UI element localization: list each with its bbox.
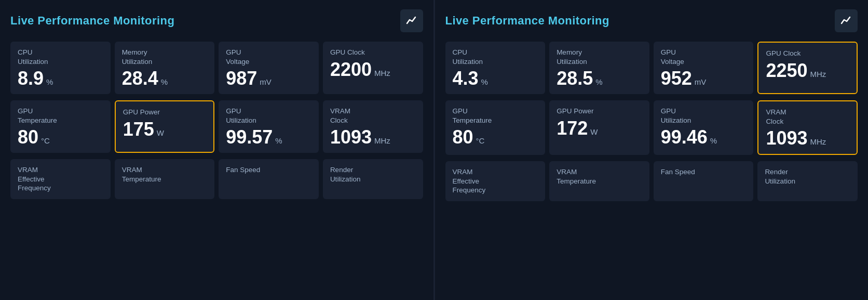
metric-unit-cpu-util-1: %: [46, 77, 53, 86]
metric-label-fan-speed-1: Fan Speed: [226, 165, 311, 175]
metric-unit-vram-clock-2: MHz: [810, 137, 826, 146]
metric-unit-mem-util-2: %: [595, 77, 602, 86]
metric-card-fan-speed-2: Fan Speed: [654, 161, 754, 201]
metric-value-row-gpu-temp-2: 80°C: [453, 128, 538, 147]
metric-value-row-cpu-util-2: 4.3%: [453, 69, 538, 88]
metric-card-vram-eff-2: VRAM Effective Frequency: [445, 161, 546, 201]
metric-label-cpu-util-2: CPU Utilization: [453, 48, 538, 66]
metric-card-render-util-1: Render Utilization: [323, 159, 423, 199]
panel-title: Live Performance Monitoring: [445, 14, 609, 28]
metric-value-gpu-temp-1: 80: [18, 128, 38, 147]
metric-unit-gpu-power-2: W: [590, 127, 598, 136]
metric-value-gpu-clock-2: 2250: [766, 61, 807, 80]
metric-label-gpu-clock-2: GPU Clock: [766, 49, 849, 58]
metric-label-gpu-volt-2: GPU Voltage: [661, 48, 747, 66]
metric-value-mem-util-2: 28.5: [557, 69, 593, 88]
metric-value-row-gpu-power-1: 175W: [123, 120, 207, 139]
metric-label-vram-eff-1: VRAM Effective Frequency: [18, 165, 103, 193]
metric-label-render-util-1: Render Utilization: [330, 165, 416, 184]
metric-card-gpu-util-1: GPU Utilization99.57%: [219, 100, 319, 153]
metric-card-gpu-volt-2: GPU Voltage952mV: [654, 42, 754, 94]
metric-card-vram-temp-1: VRAM Temperature: [115, 159, 215, 199]
metric-card-cpu-util-1: CPU Utilization8.9%: [10, 42, 111, 94]
metric-card-gpu-temp-2: GPU Temperature80°C: [445, 100, 546, 155]
metric-label-gpu-temp-1: GPU Temperature: [18, 107, 103, 125]
metric-value-row-gpu-clock-2: 2250MHz: [766, 61, 849, 80]
metric-card-vram-clock-2: VRAM Clock1093MHz: [757, 100, 858, 155]
metric-value-row-gpu-volt-2: 952mV: [661, 69, 747, 88]
metric-unit-gpu-temp-1: °C: [41, 136, 50, 145]
metrics-row-2: GPU Temperature80°CGPU Power172WGPU Util…: [445, 100, 858, 155]
metric-label-vram-clock-1: VRAM Clock: [330, 107, 416, 125]
metric-value-gpu-volt-2: 952: [661, 69, 692, 88]
metrics-row-2: GPU Temperature80°CGPU Power175WGPU Util…: [10, 100, 423, 153]
metric-card-gpu-clock-2: GPU Clock2250MHz: [757, 42, 858, 94]
metric-label-vram-clock-2: VRAM Clock: [766, 108, 849, 126]
metric-label-render-util-2: Render Utilization: [765, 167, 850, 186]
metric-value-gpu-util-2: 99.46: [661, 128, 708, 147]
metric-value-vram-clock-1: 1093: [330, 128, 372, 147]
metric-unit-vram-clock-1: MHz: [374, 136, 390, 145]
metrics-row-1: CPU Utilization4.3%Memory Utilization28.…: [445, 42, 858, 94]
metric-label-vram-eff-2: VRAM Effective Frequency: [453, 167, 538, 195]
metric-value-row-gpu-clock-1: 2200MHz: [330, 60, 416, 79]
metric-unit-gpu-power-1: W: [157, 128, 164, 137]
metrics-row-3: VRAM Effective FrequencyVRAM Temperature…: [10, 159, 423, 199]
metric-value-row-cpu-util-1: 8.9%: [18, 69, 103, 88]
metric-value-gpu-clock-1: 2200: [330, 60, 372, 79]
metric-value-gpu-util-1: 99.57: [226, 128, 273, 147]
metric-card-fan-speed-1: Fan Speed: [219, 159, 319, 199]
metric-value-row-gpu-util-1: 99.57%: [226, 128, 311, 147]
metric-unit-mem-util-1: %: [161, 77, 168, 86]
metric-label-gpu-temp-2: GPU Temperature: [453, 107, 538, 125]
metric-value-gpu-temp-2: 80: [453, 128, 473, 147]
metric-unit-gpu-clock-1: MHz: [374, 69, 390, 77]
metric-unit-gpu-volt-1: mV: [260, 77, 272, 86]
metric-value-row-vram-clock-2: 1093MHz: [766, 129, 849, 148]
metric-label-vram-temp-1: VRAM Temperature: [122, 165, 208, 184]
metric-value-cpu-util-1: 8.9: [18, 69, 44, 88]
metric-label-fan-speed-2: Fan Speed: [661, 167, 747, 177]
metrics-row-3: VRAM Effective FrequencyVRAM Temperature…: [445, 161, 858, 201]
metrics-row-1: CPU Utilization8.9%Memory Utilization28.…: [10, 42, 423, 94]
metric-card-render-util-2: Render Utilization: [757, 161, 858, 201]
metric-card-cpu-util-2: CPU Utilization4.3%: [445, 42, 546, 94]
metric-value-row-gpu-temp-1: 80°C: [18, 128, 103, 147]
metric-card-gpu-power-1: GPU Power175W: [115, 100, 215, 153]
metric-value-vram-clock-2: 1093: [766, 129, 807, 148]
metric-label-gpu-power-2: GPU Power: [557, 107, 642, 116]
panel-header: Live Performance Monitoring: [445, 9, 858, 32]
metric-value-row-vram-clock-1: 1093MHz: [330, 128, 416, 147]
chart-line-icon: [840, 15, 852, 27]
chart-icon-button[interactable]: [400, 9, 423, 32]
metric-unit-cpu-util-2: %: [481, 77, 488, 86]
metric-value-row-gpu-volt-1: 987mV: [226, 69, 311, 88]
metric-value-row-gpu-util-2: 99.46%: [661, 128, 747, 147]
metric-card-gpu-temp-1: GPU Temperature80°C: [10, 100, 111, 153]
metric-value-gpu-volt-1: 987: [226, 69, 257, 88]
metric-card-gpu-clock-1: GPU Clock2200MHz: [323, 42, 423, 94]
metric-card-vram-clock-1: VRAM Clock1093MHz: [323, 100, 423, 153]
panel-right: Live Performance Monitoring CPU Utilizat…: [435, 0, 869, 300]
metric-label-gpu-volt-1: GPU Voltage: [226, 48, 311, 66]
panel-left: Live Performance Monitoring CPU Utilizat…: [0, 0, 433, 300]
metric-value-gpu-power-2: 172: [557, 119, 588, 138]
metric-value-row-gpu-power-2: 172W: [557, 119, 642, 138]
metric-unit-gpu-clock-2: MHz: [810, 70, 826, 79]
metric-value-gpu-power-1: 175: [123, 120, 154, 139]
metric-label-gpu-util-1: GPU Utilization: [226, 107, 311, 125]
metric-label-gpu-clock-1: GPU Clock: [330, 48, 416, 57]
metric-label-mem-util-2: Memory Utilization: [557, 48, 642, 66]
metric-unit-gpu-util-1: %: [275, 136, 282, 145]
chart-icon-button[interactable]: [835, 9, 858, 32]
metric-label-cpu-util-1: CPU Utilization: [18, 48, 103, 66]
metric-card-gpu-power-2: GPU Power172W: [549, 100, 649, 155]
metric-card-vram-temp-2: VRAM Temperature: [549, 161, 649, 201]
metric-card-gpu-util-2: GPU Utilization99.46%: [654, 100, 754, 155]
metric-unit-gpu-volt-2: mV: [695, 77, 707, 86]
metric-unit-gpu-temp-2: °C: [476, 136, 485, 145]
metric-value-mem-util-1: 28.4: [122, 69, 158, 88]
panel-header: Live Performance Monitoring: [10, 9, 423, 32]
metric-label-gpu-util-2: GPU Utilization: [661, 107, 747, 125]
metric-card-vram-eff-1: VRAM Effective Frequency: [10, 159, 111, 199]
